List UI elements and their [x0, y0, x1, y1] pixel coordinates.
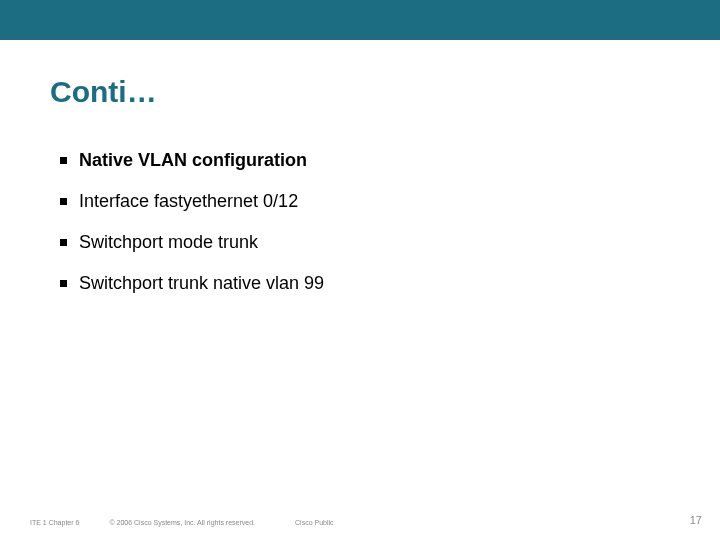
bullet-text: Switchport trunk native vlan 99	[79, 273, 324, 294]
footer: ITE 1 Chapter 6 © 2006 Cisco Systems, In…	[0, 519, 720, 526]
bullet-text: Interface fastyethernet 0/12	[79, 191, 298, 212]
slide-title: Conti…	[50, 75, 157, 109]
bullet-icon	[60, 280, 67, 287]
footer-copyright: © 2006 Cisco Systems, Inc. All rights re…	[109, 519, 255, 526]
bullet-text: Switchport mode trunk	[79, 232, 258, 253]
list-item: Native VLAN configuration	[60, 150, 660, 171]
list-item: Interface fastyethernet 0/12	[60, 191, 660, 212]
list-item: Switchport trunk native vlan 99	[60, 273, 660, 294]
bullet-icon	[60, 198, 67, 205]
bullet-text: Native VLAN configuration	[79, 150, 307, 171]
list-item: Switchport mode trunk	[60, 232, 660, 253]
slide: Conti… Native VLAN configuration Interfa…	[0, 0, 720, 540]
footer-public: Cisco Public	[295, 519, 334, 526]
footer-left: ITE 1 Chapter 6	[30, 519, 79, 526]
top-bar	[0, 0, 720, 40]
bullet-icon	[60, 239, 67, 246]
bullet-list: Native VLAN configuration Interface fast…	[60, 150, 660, 314]
bullet-icon	[60, 157, 67, 164]
page-number: 17	[690, 514, 702, 526]
